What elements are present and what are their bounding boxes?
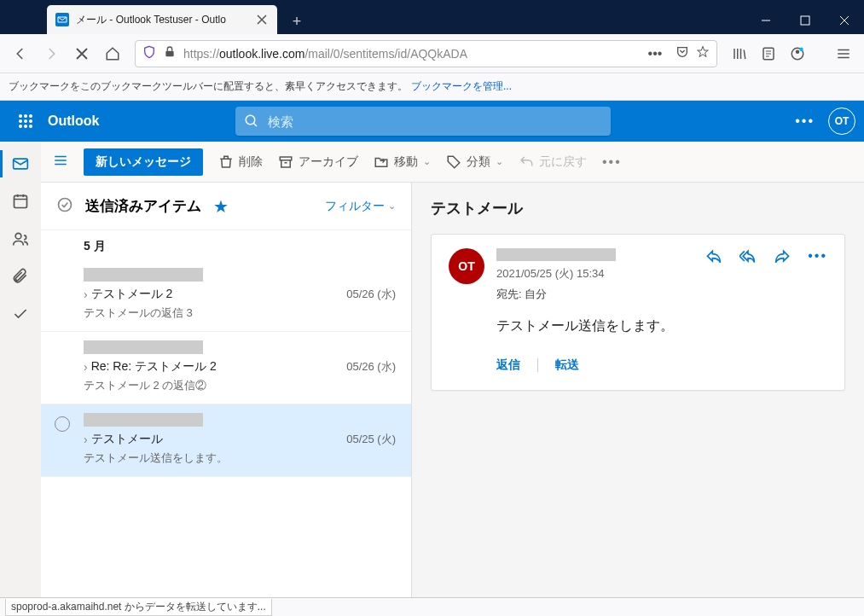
- svg-point-4: [796, 49, 800, 54]
- search-box[interactable]: [235, 107, 611, 136]
- new-tab-button[interactable]: +: [284, 9, 310, 34]
- bookmark-toolbar: ブックマークをこのブックマークツールバーに配置すると、素早くアクセスできます。 …: [0, 73, 864, 101]
- brand-label: Outlook: [48, 113, 99, 129]
- message-date: 2021/05/25 (火) 15:34: [496, 266, 693, 282]
- overflow-menu-icon[interactable]: •••: [602, 154, 622, 170]
- browser-titlebar: メール - Outlook Testuser - Outlo +: [0, 0, 864, 34]
- manage-bookmarks-link[interactable]: ブックマークを管理...: [411, 79, 512, 94]
- sender-redacted: [84, 413, 203, 427]
- shield-icon[interactable]: [142, 45, 156, 62]
- reading-title: テストメール: [431, 198, 845, 218]
- svg-point-18: [15, 233, 21, 239]
- svg-point-5: [799, 47, 803, 51]
- back-button[interactable]: [7, 40, 34, 67]
- url-text: https://outlook.live.com/mail/0/sentitem…: [183, 47, 635, 61]
- svg-point-14: [29, 125, 32, 128]
- svg-point-10: [24, 119, 27, 123]
- folder-title: 送信済みアイテム: [85, 196, 201, 216]
- rail-todo-icon[interactable]: [0, 295, 41, 333]
- rail-calendar-icon[interactable]: [0, 183, 41, 220]
- svg-point-12: [19, 125, 22, 128]
- select-all-icon[interactable]: [56, 196, 73, 217]
- profile-avatar[interactable]: OT: [828, 108, 855, 135]
- svg-point-9: [19, 119, 22, 123]
- reply-all-icon[interactable]: [739, 248, 757, 302]
- separator: [537, 358, 538, 372]
- svg-rect-17: [14, 195, 27, 207]
- undo-button[interactable]: 元に戻す: [519, 154, 587, 170]
- account-icon[interactable]: [784, 40, 811, 67]
- message-subject: › テストメール: [84, 432, 163, 447]
- app-menu-icon[interactable]: [830, 40, 857, 67]
- outlook-favicon: [55, 13, 69, 26]
- message-card: OT 2021/05/25 (火) 15:34 宛先: 自分 •••: [431, 234, 845, 391]
- more-actions-icon[interactable]: •••: [808, 248, 827, 302]
- move-button[interactable]: 移動⌄: [374, 154, 431, 170]
- svg-rect-1: [165, 50, 173, 56]
- status-text: spoprod-a.akamaihd.net からデータを転送しています...: [5, 599, 272, 616]
- search-input[interactable]: [268, 114, 602, 129]
- app-launcher-icon[interactable]: [9, 104, 43, 138]
- categorize-button[interactable]: 分類⌄: [446, 154, 503, 170]
- filter-button[interactable]: フィルター⌄: [325, 199, 396, 214]
- recipient-line: 宛先: 自分: [496, 287, 693, 302]
- delete-button[interactable]: 削除: [218, 154, 263, 170]
- svg-point-7: [24, 114, 27, 118]
- more-options-icon[interactable]: •••: [795, 113, 815, 129]
- outlook-suite-header: Outlook ••• OT: [0, 101, 864, 142]
- svg-point-6: [19, 114, 22, 118]
- new-message-button[interactable]: 新しいメッセージ: [84, 148, 203, 176]
- page-actions-icon[interactable]: •••: [641, 40, 669, 67]
- message-subject: › テストメール 2: [84, 287, 172, 302]
- forward-button[interactable]: [38, 40, 65, 67]
- home-button[interactable]: [99, 40, 126, 67]
- search-icon: [244, 113, 259, 129]
- window-minimize-icon[interactable]: [746, 7, 786, 34]
- window-maximize-icon[interactable]: [786, 7, 825, 34]
- reader-icon[interactable]: [755, 40, 782, 67]
- sender-redacted: [84, 340, 203, 354]
- rail-people-icon[interactable]: [0, 220, 41, 258]
- bookmark-hint: ブックマークをこのブックマークツールバーに配置すると、素早くアクセスできます。: [9, 79, 408, 94]
- sender-redacted: [84, 268, 203, 282]
- folder-pane-toggle-icon[interactable]: [53, 153, 68, 171]
- tab-close-icon[interactable]: [255, 13, 269, 26]
- svg-point-15: [246, 115, 256, 125]
- message-preview: テストメールの返信 3: [84, 305, 396, 321]
- folder-header: 送信済みアイテム ★ フィルター⌄: [41, 183, 411, 230]
- sender-avatar[interactable]: OT: [449, 248, 484, 284]
- message-item[interactable]: › テストメール05/25 (火)テストメール送信をします。: [41, 404, 411, 477]
- left-rail: [0, 142, 41, 597]
- reply-icon[interactable]: [705, 248, 722, 302]
- svg-point-11: [29, 119, 32, 123]
- forward-icon[interactable]: [774, 248, 791, 302]
- reading-pane: テストメール OT 2021/05/25 (火) 15:34 宛先: 自分: [412, 183, 864, 597]
- browser-navbar: https://outlook.live.com/mail/0/sentitem…: [0, 34, 864, 73]
- rail-attach-icon[interactable]: [0, 258, 41, 295]
- bookmark-star-icon[interactable]: [696, 45, 710, 62]
- window-close-icon[interactable]: [825, 7, 864, 34]
- favorite-star-icon[interactable]: ★: [213, 196, 229, 217]
- forward-link[interactable]: 転送: [555, 357, 579, 373]
- chevron-down-icon: ⌄: [423, 156, 431, 167]
- pocket-icon[interactable]: [676, 45, 689, 62]
- rail-mail-icon[interactable]: [0, 145, 41, 183]
- svg-point-13: [24, 125, 27, 128]
- reply-link[interactable]: 返信: [496, 357, 520, 373]
- select-circle[interactable]: [55, 416, 70, 432]
- url-bar[interactable]: https://outlook.live.com/mail/0/sentitem…: [135, 40, 717, 67]
- browser-tab[interactable]: メール - Outlook Testuser - Outlo: [47, 5, 277, 34]
- message-body: テストメール送信をします。: [496, 317, 827, 335]
- message-date: 05/26 (水): [346, 287, 396, 302]
- message-preview: テストメール送信をします。: [84, 450, 396, 466]
- message-item[interactable]: › Re: Re: テストメール 205/26 (水)テストメール 2 の返信②: [41, 332, 411, 404]
- stop-button[interactable]: [68, 40, 96, 67]
- library-icon[interactable]: [726, 40, 753, 67]
- command-bar: 新しいメッセージ 削除 アーカイブ 移動⌄ 分類⌄ 元に戻す •••: [41, 142, 864, 183]
- message-date: 05/26 (水): [346, 359, 396, 375]
- lock-icon[interactable]: [163, 45, 177, 62]
- svg-point-20: [59, 198, 72, 211]
- archive-button[interactable]: アーカイブ: [278, 154, 358, 170]
- svg-point-8: [29, 114, 32, 118]
- message-item[interactable]: › テストメール 205/26 (水)テストメールの返信 3: [41, 259, 411, 332]
